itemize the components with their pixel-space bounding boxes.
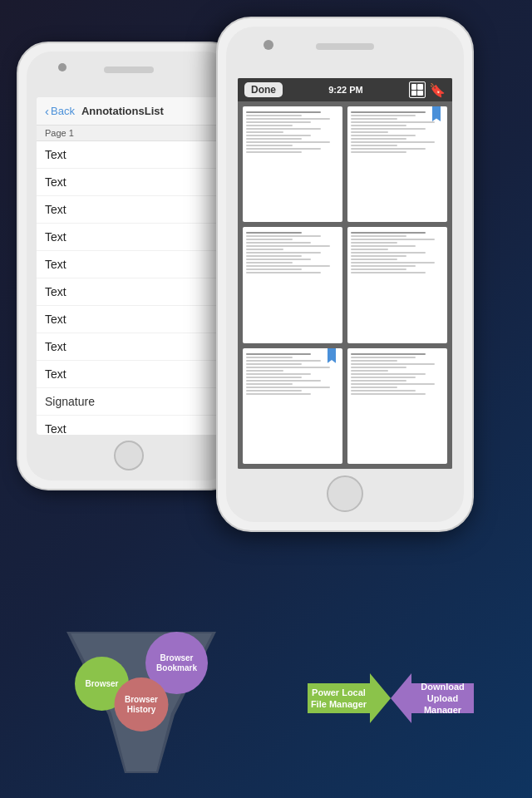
phone1-screen: ‹ Back AnnotationsList Page 1 Text Text … bbox=[37, 97, 221, 435]
page-thumbnail-bookmarked[interactable] bbox=[243, 348, 342, 464]
phone1-inner: ‹ Back AnnotationsList Page 1 Text Text … bbox=[27, 52, 231, 480]
arrow-left-label: DownloadUploadManager bbox=[421, 681, 465, 717]
phone2-inner: Done 9:22 PM 🔖 bbox=[226, 27, 464, 522]
topbar-icons: 🔖 bbox=[409, 81, 446, 98]
back-button[interactable]: ‹ Back bbox=[45, 104, 75, 118]
page-thumbnail[interactable] bbox=[347, 348, 447, 464]
phone2-camera bbox=[264, 40, 273, 50]
arrows-section: Power LocalFile Manager DownloadUploadMa… bbox=[308, 673, 474, 723]
page-thumbnail-bookmarked[interactable] bbox=[347, 106, 447, 222]
phone1-home-button[interactable] bbox=[114, 441, 144, 470]
list-item[interactable]: Text bbox=[37, 251, 221, 278]
list-item[interactable]: Text bbox=[37, 333, 221, 361]
back-label: Back bbox=[51, 105, 75, 117]
arrow-right-box: Power LocalFile Manager bbox=[308, 673, 391, 723]
phone1: ‹ Back AnnotationsList Page 1 Text Text … bbox=[17, 42, 241, 490]
arrow-left-box: DownloadUploadManager bbox=[391, 673, 474, 723]
power-local-file-manager-arrow: Power LocalFile Manager bbox=[308, 673, 391, 723]
signature-item[interactable]: Signature bbox=[37, 388, 221, 416]
list-item[interactable]: Text bbox=[37, 416, 221, 435]
phone2-home-button[interactable] bbox=[327, 475, 363, 512]
download-upload-manager-arrow: DownloadUploadManager bbox=[391, 673, 474, 723]
phone2-topbar: Done 9:22 PM 🔖 bbox=[238, 78, 452, 101]
arrow-right-label: Power LocalFile Manager bbox=[311, 687, 367, 711]
list-item[interactable]: Text bbox=[37, 224, 221, 251]
list-item[interactable]: Text bbox=[37, 306, 221, 333]
list-item[interactable]: Text bbox=[37, 196, 221, 224]
chevron-left-icon: ‹ bbox=[45, 104, 49, 118]
page-thumbnail[interactable] bbox=[347, 227, 447, 342]
bottom-section: Browser BrowserBookmark BrowserHistory P… bbox=[0, 598, 532, 798]
page-header: Page 1 bbox=[37, 126, 221, 141]
page-thumbnail[interactable] bbox=[243, 106, 342, 222]
funnel-diagram: Browser BrowserBookmark BrowserHistory bbox=[58, 615, 224, 781]
done-button[interactable]: Done bbox=[244, 82, 283, 97]
bookmark-icon[interactable]: 🔖 bbox=[429, 82, 446, 98]
grid-view-icon[interactable] bbox=[409, 81, 426, 98]
status-time: 9:22 PM bbox=[328, 85, 363, 95]
nav-title: AnnotationsList bbox=[81, 105, 164, 117]
list-item[interactable]: Text bbox=[37, 361, 221, 388]
phone1-speaker bbox=[104, 66, 154, 73]
phones-container: ‹ Back AnnotationsList Page 1 Text Text … bbox=[0, 17, 532, 615]
phone2: Done 9:22 PM 🔖 bbox=[216, 17, 474, 532]
list-item[interactable]: Text bbox=[37, 169, 221, 196]
funnel-circles: Browser BrowserBookmark BrowserHistory bbox=[75, 632, 208, 732]
pages-grid bbox=[238, 101, 452, 469]
phone2-screen: Done 9:22 PM 🔖 bbox=[238, 78, 452, 469]
browser-history-circle: BrowserHistory bbox=[115, 677, 169, 732]
phone1-camera bbox=[58, 63, 66, 71]
phone2-speaker bbox=[316, 43, 374, 50]
page-thumbnail[interactable] bbox=[243, 227, 342, 342]
list-item[interactable]: Text bbox=[37, 141, 221, 169]
list-item[interactable]: Text bbox=[37, 278, 221, 306]
phone1-navbar: ‹ Back AnnotationsList bbox=[37, 97, 221, 126]
